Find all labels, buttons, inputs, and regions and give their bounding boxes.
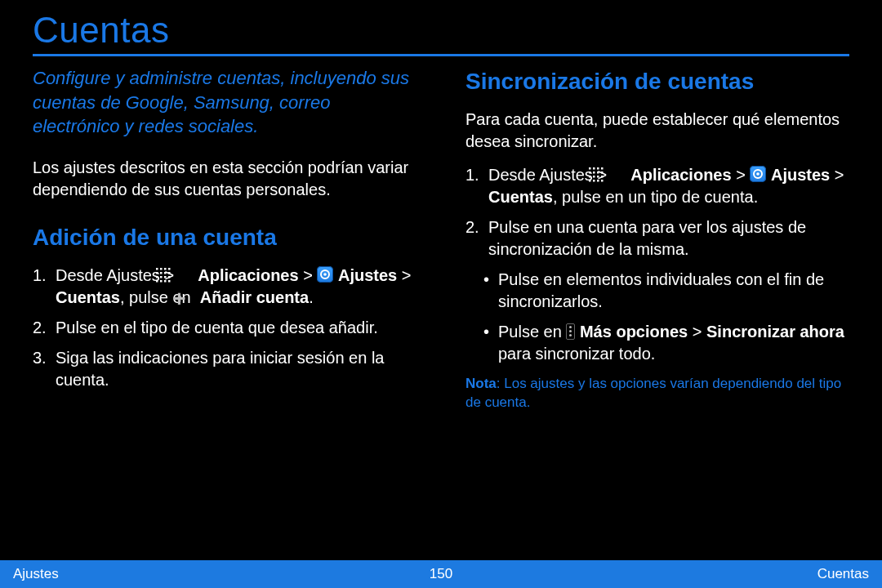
note-label: Nota (466, 376, 497, 391)
svg-rect-2 (164, 268, 167, 270)
two-column-layout: Configure y administre cuentas, incluyen… (33, 66, 849, 412)
sync-accounts-heading: Sincronización de cuentas (466, 66, 849, 97)
svg-rect-19 (593, 167, 595, 170)
svg-point-35 (757, 172, 760, 176)
add-step-3: 3.Siga las indicaciones para iniciar ses… (33, 347, 416, 391)
footer-topic: Cuentas (817, 566, 869, 582)
page-title: Cuentas (33, 10, 849, 51)
title-rule (33, 54, 849, 56)
add-step-2: 2.Pulse en el tipo de cuenta que desea a… (33, 317, 416, 339)
settings-gear-icon (317, 266, 333, 283)
step-number: 2. (466, 216, 488, 238)
svg-rect-18 (589, 167, 591, 170)
step-number: 3. (33, 347, 56, 369)
note-block: Nota: Los ajustes y las opciones varían … (466, 375, 849, 412)
step-number: 1. (33, 265, 56, 287)
svg-rect-15 (168, 280, 171, 283)
svg-rect-24 (597, 172, 599, 174)
svg-rect-10 (164, 276, 167, 278)
caveat-text: Los ajustes descritos en esta sección po… (33, 157, 416, 201)
footer-section: Ajustes (13, 566, 59, 582)
svg-rect-22 (589, 172, 591, 174)
svg-rect-31 (593, 180, 595, 182)
svg-rect-5 (160, 272, 163, 274)
svg-rect-14 (164, 280, 167, 283)
page-footer: Ajustes 150 Cuentas (0, 560, 882, 588)
svg-rect-33 (601, 180, 604, 182)
add-account-heading: Adición de una cuenta (33, 222, 416, 253)
svg-rect-1 (160, 268, 163, 270)
add-step-1: 1.Desde Ajustes > Aplicaciones > Ajustes… (33, 265, 416, 309)
svg-rect-28 (597, 176, 599, 178)
intro-text: Configure y administre cuentas, incluyen… (33, 66, 416, 139)
sync-bullet-1: Pulse en elementos individuales con el f… (466, 269, 849, 313)
svg-rect-32 (597, 180, 599, 182)
svg-rect-6 (164, 272, 167, 274)
step-number: 2. (33, 317, 56, 339)
svg-rect-20 (597, 167, 599, 170)
svg-rect-9 (160, 276, 163, 278)
left-column: Configure y administre cuentas, incluyen… (33, 66, 416, 412)
svg-rect-3 (168, 268, 171, 270)
svg-rect-26 (589, 176, 591, 178)
note-text: : Los ajustes y las opciones varían depe… (466, 376, 841, 410)
svg-point-17 (324, 273, 327, 276)
manual-page: Cuentas Configure y administre cuentas, … (0, 0, 882, 588)
step-number: 1. (466, 164, 488, 186)
apps-grid-icon (179, 266, 194, 281)
svg-rect-13 (160, 280, 163, 283)
overflow-menu-icon (566, 323, 575, 340)
right-column: Sincronización de cuentas Para cada cuen… (466, 66, 849, 412)
svg-rect-30 (589, 180, 591, 182)
svg-rect-12 (156, 280, 158, 283)
sync-step-2: 2.Pulse en una cuenta para ver los ajust… (466, 216, 849, 261)
page-number: 150 (430, 566, 452, 582)
svg-rect-21 (601, 167, 604, 170)
svg-rect-7 (168, 272, 171, 274)
svg-rect-27 (593, 176, 595, 178)
sync-bullet-2: Pulse en Más opciones > Sincronizar ahor… (466, 321, 849, 365)
settings-gear-icon (750, 166, 766, 182)
svg-rect-25 (601, 172, 604, 174)
svg-rect-4 (156, 272, 158, 274)
sync-step-1: 1.Desde Ajustes > Aplicaciones > Ajustes… (466, 164, 849, 208)
svg-rect-29 (601, 176, 604, 178)
svg-rect-11 (168, 276, 171, 278)
svg-rect-23 (593, 172, 595, 174)
svg-rect-8 (156, 276, 158, 278)
sync-description: Para cada cuenta, puede establecer qué e… (466, 109, 849, 153)
apps-grid-icon (612, 166, 626, 180)
svg-rect-0 (156, 268, 158, 270)
